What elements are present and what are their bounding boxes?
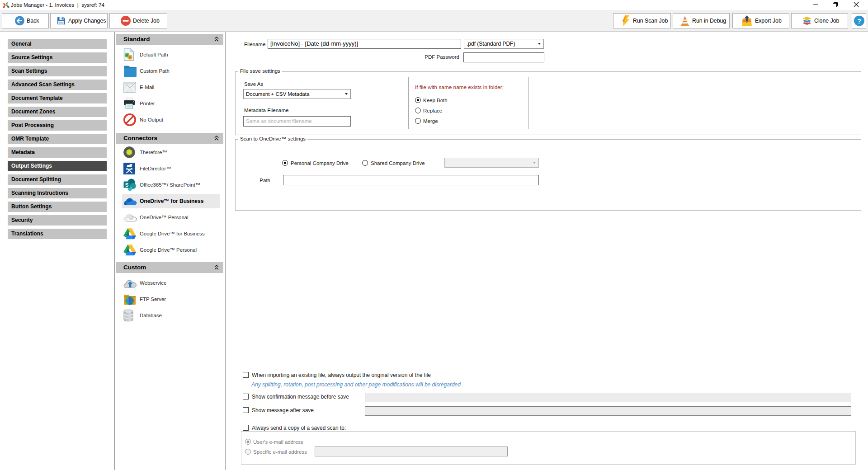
svg-text:S: S: [125, 182, 129, 188]
svg-text:?: ?: [857, 17, 861, 25]
